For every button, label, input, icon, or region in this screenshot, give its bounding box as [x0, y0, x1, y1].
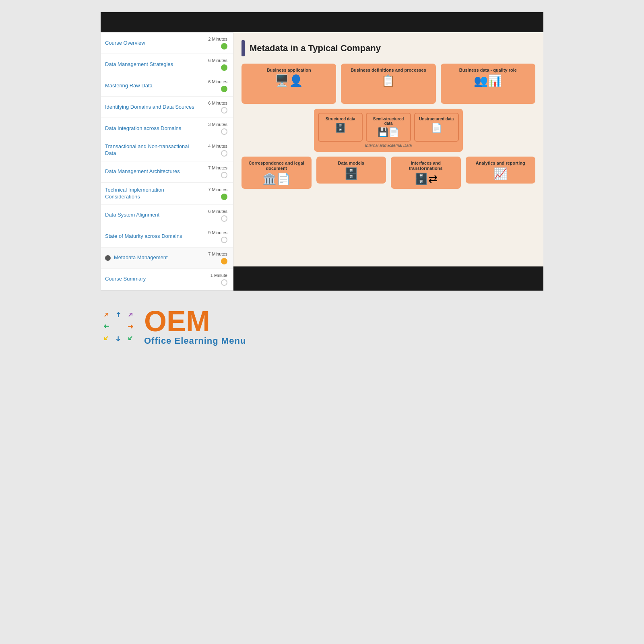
- sidebar-item-label: Data Integration across Domains: [105, 125, 181, 132]
- sidebar-item-8[interactable]: Data System Alignment6 Minutes: [101, 205, 233, 226]
- sidebar-item-label: Data Management Architectures: [105, 168, 180, 175]
- card-icon: 🖥️👤: [275, 75, 303, 87]
- status-indicator: [221, 194, 227, 200]
- sidebar-item-label: Transactional and Non-transactional Data: [105, 143, 197, 157]
- logo-subtitle-text: Office Elearning Menu: [144, 336, 246, 346]
- sidebar-item-1[interactable]: Data Management Strategies6 Minutes: [101, 54, 233, 75]
- sidebar-item-2[interactable]: Mastering Raw Data6 Minutes: [101, 75, 233, 97]
- diagram-grid: Business application 🖥️👤 Business defini…: [242, 64, 535, 189]
- status-indicator: [221, 150, 227, 157]
- sidebar-item-0[interactable]: Course Overview2 Minutes: [101, 33, 233, 54]
- card-analytics: Analytics and reporting 📈: [466, 157, 536, 184]
- arrow-9: ➜: [122, 330, 138, 347]
- card-business-application: Business application 🖥️👤: [242, 64, 336, 104]
- internal-cards-row: Structured data 🗄️ Semi-structured data …: [318, 113, 459, 142]
- card-label: Business application: [267, 68, 311, 73]
- sidebar-item-duration: 6 Minutes: [208, 58, 227, 63]
- diagram-row-2: Structured data 🗄️ Semi-structured data …: [242, 109, 535, 152]
- card-icon: 🗄️⇄: [414, 173, 438, 185]
- slide-title-accent: [242, 40, 245, 56]
- status-indicator: [221, 172, 227, 178]
- card-icon: 📋: [381, 75, 395, 87]
- card-icon: 🗄️: [335, 123, 346, 133]
- card-structured: Structured data 🗄️: [318, 113, 363, 142]
- sidebar-item-4[interactable]: Data Integration across Domains3 Minutes: [101, 118, 233, 139]
- card-business-quality: Business data - quality role 👥📊: [441, 64, 535, 104]
- sidebar-item-label: Course Overview: [105, 40, 145, 47]
- sidebar-item-duration: 4 Minutes: [208, 144, 227, 149]
- sidebar-item-duration: 7 Minutes: [208, 252, 227, 256]
- card-label: Semi-structured data: [370, 117, 407, 126]
- sidebar-item-label: Data Management Strategies: [105, 61, 173, 68]
- card-icon: 👥📊: [474, 75, 502, 87]
- card-label: Analytics and reporting: [476, 161, 525, 166]
- card-interfaces: Interfaces and transformations 🗄️⇄: [391, 157, 461, 189]
- top-bar: [101, 12, 543, 32]
- card-icon: 📄: [431, 123, 442, 133]
- status-indicator: [221, 215, 227, 222]
- status-indicator: [221, 43, 227, 50]
- status-indicator: [221, 64, 227, 71]
- sidebar-item-duration: 6 Minutes: [208, 209, 227, 214]
- diagram-row-1: Business application 🖥️👤 Business defini…: [242, 64, 535, 104]
- bottom-bar: [233, 266, 543, 291]
- status-indicator: [221, 128, 227, 135]
- sidebar-item-6[interactable]: Data Management Architectures7 Minutes: [101, 161, 233, 183]
- sidebar-item-duration: 6 Minutes: [208, 101, 227, 105]
- status-indicator: [221, 279, 227, 286]
- card-label: Interfaces and transformations: [395, 161, 457, 171]
- card-label: Unstructured data: [419, 117, 454, 121]
- card-label: Correspondence and legal document: [246, 161, 308, 171]
- sidebar-item-10[interactable]: Metadata Management7 Minutes: [101, 248, 233, 269]
- sidebar-item-label: State of Maturity across Domains: [105, 233, 182, 240]
- arrow-5: [113, 321, 124, 332]
- arrow-3: ➜: [122, 306, 138, 322]
- page-wrapper: Course Overview2 MinutesData Management …: [0, 0, 644, 644]
- sidebar-item-duration: 1 Minute: [211, 273, 227, 278]
- sidebar-item-label: Data System Alignment: [105, 212, 159, 219]
- status-indicator: [221, 237, 227, 243]
- card-label: Business definitions and processes: [351, 68, 426, 73]
- slide-title: Metadata in a Typical Company: [250, 43, 381, 54]
- sidebar-item-duration: 2 Minutes: [208, 37, 227, 41]
- status-indicator: [221, 258, 227, 264]
- sidebar-item-5[interactable]: Transactional and Non-transactional Data…: [101, 139, 233, 161]
- logo-oem-text: OEM: [144, 307, 246, 336]
- diagram-row-3: Correspondence and legal document 🏛️📄 Da…: [242, 157, 535, 189]
- active-indicator: [105, 255, 111, 261]
- sidebar-item-7[interactable]: Technical Implementation Considerations7…: [101, 183, 233, 205]
- sidebar-item-label: Metadata Management: [114, 254, 168, 261]
- card-icon: 📈: [493, 168, 508, 180]
- sidebar-item-label: Identifying Domains and Data Sources: [105, 104, 194, 111]
- card-label: Structured data: [326, 117, 355, 121]
- sidebar-item-duration: 3 Minutes: [208, 122, 227, 127]
- sidebar-item-9[interactable]: State of Maturity across Domains9 Minute…: [101, 226, 233, 248]
- sidebar-item-label: Course Summary: [105, 276, 146, 283]
- card-correspondence: Correspondence and legal document 🏛️📄: [242, 157, 312, 189]
- sidebar: Course Overview2 MinutesData Management …: [101, 32, 233, 291]
- arrow-1: ➜: [98, 306, 114, 322]
- logo-area: ➜ ➜ ➜ ➜ ➜ ➜ ➜ ➜ OEM Office Elearning Men…: [101, 291, 543, 354]
- slide-area: Metadata in a Typical Company Business a…: [233, 32, 543, 291]
- card-unstructured: Unstructured data 📄: [414, 113, 459, 142]
- card-business-definitions: Business definitions and processes 📋: [341, 64, 436, 104]
- sidebar-item-duration: 6 Minutes: [208, 79, 227, 84]
- card-semi-structured: Semi-structured data 💾📄: [366, 113, 411, 142]
- card-label: Business data - quality role: [459, 68, 517, 73]
- logo-arrows: ➜ ➜ ➜ ➜ ➜ ➜ ➜ ➜: [101, 309, 136, 344]
- card-icon: 💾📄: [378, 127, 399, 138]
- card-icon: 🗄️: [344, 168, 358, 180]
- card-data-models: Data models 🗄️: [316, 157, 386, 184]
- sidebar-item-duration: 7 Minutes: [208, 165, 227, 170]
- card-label: Data models: [338, 161, 364, 166]
- slide-title-bar: Metadata in a Typical Company: [242, 40, 535, 56]
- internal-external-container: Structured data 🗄️ Semi-structured data …: [314, 109, 463, 152]
- sidebar-item-3[interactable]: Identifying Domains and Data Sources6 Mi…: [101, 97, 233, 118]
- internal-label: Internal and External Data: [318, 143, 459, 148]
- slide-content: Metadata in a Typical Company Business a…: [233, 32, 543, 266]
- sidebar-item-label: Mastering Raw Data: [105, 83, 153, 89]
- arrow-7: ➜: [98, 330, 114, 347]
- sidebar-item-11[interactable]: Course Summary1 Minute: [101, 269, 233, 290]
- status-indicator: [221, 107, 227, 114]
- sidebar-item-label: Technical Implementation Considerations: [105, 187, 197, 200]
